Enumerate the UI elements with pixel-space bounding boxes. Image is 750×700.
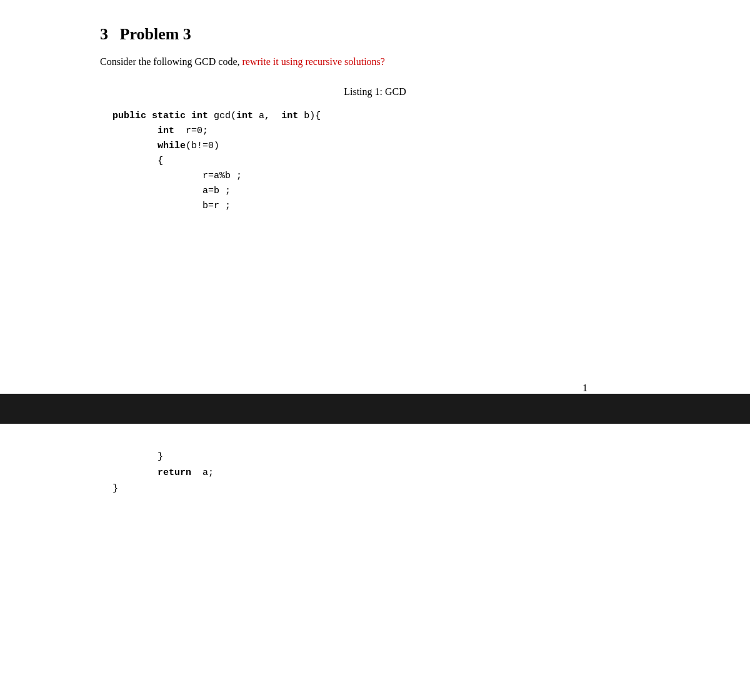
section-number: 3 bbox=[100, 25, 108, 43]
top-section: 3 Problem 3 Consider the following GCD c… bbox=[0, 0, 750, 214]
page-break-bar bbox=[0, 394, 750, 424]
description-prefix: Consider the following GCD code, bbox=[100, 56, 240, 67]
listing-caption: Listing 1: GCD bbox=[100, 86, 650, 98]
page-number: 1 bbox=[582, 382, 588, 394]
code-line-4: { bbox=[112, 154, 650, 169]
code-line-6: a=b ; bbox=[112, 184, 650, 199]
code-line-1: public static int gcd(int a, int b){ bbox=[112, 109, 650, 124]
code-line-2: int r=0; bbox=[112, 124, 650, 139]
code-line-3: while(b!=0) bbox=[112, 139, 650, 154]
page-container: 3 Problem 3 Consider the following GCD c… bbox=[0, 0, 750, 700]
code-block: public static int gcd(int a, int b){ int… bbox=[100, 109, 650, 214]
code-line-5: r=a%b ; bbox=[112, 169, 650, 184]
code-line-10: } bbox=[112, 481, 650, 497]
bottom-code-block: } return a; } bbox=[100, 449, 650, 497]
section-title: Problem 3 bbox=[120, 25, 191, 43]
description-highlight: rewrite it using recursive solutions? bbox=[242, 56, 385, 67]
problem-description: Consider the following GCD code, rewrite… bbox=[100, 56, 650, 68]
bottom-section: } return a; } bbox=[0, 424, 750, 497]
code-line-7: b=r ; bbox=[112, 199, 650, 214]
code-line-9: return a; bbox=[112, 465, 650, 481]
code-line-8: } bbox=[112, 449, 650, 465]
section-heading: 3 Problem 3 bbox=[100, 25, 650, 44]
